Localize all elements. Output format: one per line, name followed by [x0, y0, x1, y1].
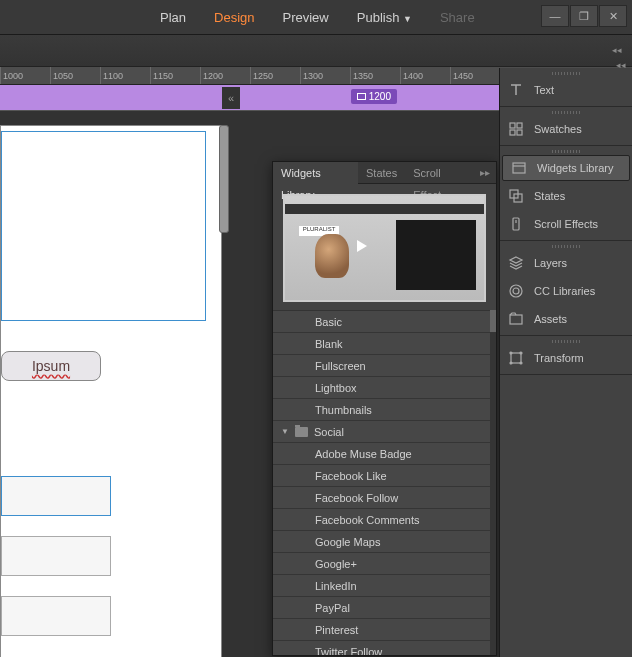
svg-point-15	[520, 352, 522, 354]
ruler-tick: 1000	[0, 67, 50, 84]
widget-category[interactable]: ▼Social	[273, 421, 490, 443]
svg-rect-2	[510, 130, 515, 135]
ruler-tick: 1050	[50, 67, 100, 84]
widget-item[interactable]: Adobe Muse Badge	[273, 443, 490, 465]
svg-point-17	[520, 362, 522, 364]
panel-text[interactable]: Text	[500, 76, 632, 104]
ruler-tick: 1250	[250, 67, 300, 84]
swatches-icon	[508, 121, 524, 137]
panel-widgets-library[interactable]: Widgets Library	[502, 155, 630, 181]
widget-item[interactable]: Facebook Like	[273, 465, 490, 487]
svg-rect-13	[511, 353, 521, 363]
svg-point-10	[510, 285, 522, 297]
widget-item[interactable]: Lightbox	[273, 377, 490, 399]
menu-preview[interactable]: Preview	[283, 10, 329, 25]
breakpoint-marker[interactable]: 1200	[351, 89, 397, 104]
menu-publish[interactable]: Publish ▼	[357, 10, 412, 25]
widget-item[interactable]: Twitter Follow	[273, 641, 490, 655]
tab-states[interactable]: States	[358, 162, 405, 184]
panel-transform[interactable]: Transform	[500, 344, 632, 372]
menu-plan[interactable]: Plan	[160, 10, 186, 25]
design-canvas[interactable]: Ipsum	[0, 125, 222, 657]
svg-rect-0	[510, 123, 515, 128]
widget-item[interactable]: LinkedIn	[273, 575, 490, 597]
panel-states[interactable]: States	[500, 182, 632, 210]
transform-icon	[508, 350, 524, 366]
dock-collapse-icon[interactable]: ◂◂	[616, 60, 626, 70]
preview-thumbnail: PLURALIST	[285, 196, 484, 300]
panel-swatches[interactable]: Swatches	[500, 115, 632, 143]
text-icon	[508, 82, 524, 98]
panel-cc-libraries[interactable]: CC Libraries	[500, 277, 632, 305]
widget-item[interactable]: Google Maps	[273, 531, 490, 553]
widget-item[interactable]: Google+	[273, 553, 490, 575]
svg-point-11	[513, 288, 519, 294]
breakpoint-value: 1200	[369, 91, 391, 102]
assets-icon	[508, 311, 524, 327]
canvas-box[interactable]	[1, 536, 111, 576]
panel-scrollbar[interactable]	[490, 310, 496, 655]
canvas-box[interactable]	[1, 476, 111, 516]
right-panel-dock: ◂◂ TextSwatchesWidgets LibraryStatesScro…	[499, 68, 632, 657]
canvas-frame[interactable]	[1, 131, 206, 321]
panel-label: CC Libraries	[534, 285, 595, 297]
panel-group: LayersCC LibrariesAssets	[500, 241, 632, 336]
widget-item[interactable]: Facebook Comments	[273, 509, 490, 531]
canvas-scroll-handle[interactable]	[219, 125, 229, 233]
chevron-down-icon: ▼	[403, 14, 412, 24]
breakpoint-icon	[357, 93, 366, 100]
cc-icon	[508, 283, 524, 299]
widgets-library-panel: Widgets Library States Scroll Effect ▸▸ …	[272, 161, 497, 656]
panel-assets[interactable]: Assets	[500, 305, 632, 333]
toolbar-strip: ◂◂	[0, 35, 632, 67]
svg-rect-8	[513, 218, 519, 230]
window-controls: — ❐ ✕	[540, 5, 627, 27]
maximize-button[interactable]: ❐	[570, 5, 598, 27]
panel-scroll-effects[interactable]: Scroll Effects	[500, 210, 632, 238]
widget-item[interactable]: Facebook Follow	[273, 487, 490, 509]
minimize-button[interactable]: —	[541, 5, 569, 27]
widget-list: BasicBlankFullscreenLightboxThumbnails▼S…	[273, 310, 490, 655]
panel-scroll-thumb[interactable]	[490, 310, 496, 332]
widget-item[interactable]: Basic	[273, 311, 490, 333]
scrollfx-icon	[508, 216, 524, 232]
play-icon	[357, 240, 367, 252]
canvas-box[interactable]	[1, 596, 111, 636]
panel-group: Swatches	[500, 107, 632, 146]
panel-group: Text	[500, 68, 632, 107]
widget-item[interactable]: Blank	[273, 333, 490, 355]
svg-point-16	[510, 362, 512, 364]
panel-label: Swatches	[534, 123, 582, 135]
panel-menu-icon[interactable]: ▸▸	[474, 167, 496, 178]
panel-group: Transform	[500, 336, 632, 375]
menu-share: Share	[440, 10, 475, 25]
widget-item[interactable]: Thumbnails	[273, 399, 490, 421]
panel-label: Layers	[534, 257, 567, 269]
panel-label: Widgets Library	[537, 162, 613, 174]
tab-widgets-library[interactable]: Widgets Library	[273, 162, 358, 184]
text-element[interactable]: Ipsum	[1, 351, 101, 381]
breakpoint-collapse-icon[interactable]: «	[222, 87, 240, 109]
widget-item[interactable]: PayPal	[273, 597, 490, 619]
panel-label: Scroll Effects	[534, 218, 598, 230]
folder-icon	[295, 427, 308, 437]
menu-design[interactable]: Design	[214, 10, 254, 25]
panel-label: States	[534, 190, 565, 202]
ruler-tick: 1350	[350, 67, 400, 84]
widget-item[interactable]: Pinterest	[273, 619, 490, 641]
panel-grip-icon[interactable]	[500, 148, 632, 154]
widget-category-label: Social	[314, 421, 344, 443]
svg-rect-12	[510, 315, 522, 324]
widget-item[interactable]: Fullscreen	[273, 355, 490, 377]
collapse-handle-icon[interactable]: ◂◂	[612, 45, 622, 55]
ruler-tick: 1200	[200, 67, 250, 84]
top-menu: Plan Design Preview Publish ▼ Share	[0, 0, 632, 35]
widgets-icon	[511, 160, 527, 176]
tab-scroll-effect[interactable]: Scroll Effect	[405, 162, 474, 184]
ruler-tick: 1400	[400, 67, 450, 84]
ruler-tick: 1300	[300, 67, 350, 84]
ruler-tick: 1450	[450, 67, 500, 84]
panel-layers[interactable]: Layers	[500, 249, 632, 277]
svg-rect-3	[517, 130, 522, 135]
close-button[interactable]: ✕	[599, 5, 627, 27]
